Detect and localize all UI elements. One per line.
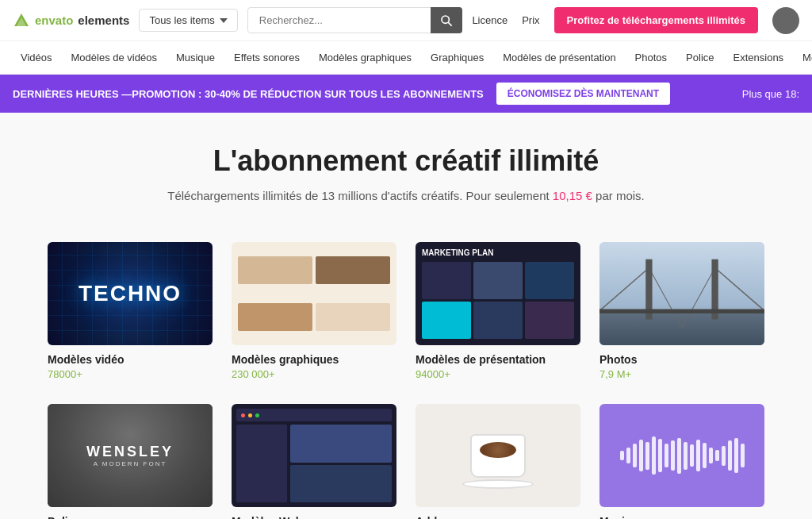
waveform-bar: [696, 440, 700, 471]
dropdown-label: Tous les items: [149, 14, 214, 26]
card-thumb-photos: [599, 242, 764, 345]
waveform-bar: [665, 444, 668, 467]
nav-item-extensions[interactable]: Extensions: [726, 41, 792, 74]
bridge-svg: [599, 242, 764, 345]
techno-text: TECHNO: [79, 281, 182, 306]
wensley-subtitle: A MODERN FONT: [86, 460, 174, 467]
card-label-addons: Add-ons: [416, 515, 580, 519]
wensley-title: WENSLEY: [86, 444, 174, 460]
coffee-cup: [470, 434, 526, 478]
header: envatoelements Tous les items Licence Pr…: [0, 0, 812, 41]
card-web-templates[interactable]: Modèles Web 14000+: [232, 404, 396, 519]
cards-section: TECHNO Modèles vidéo 78000+ Modèles grap…: [0, 218, 812, 519]
card-thumb-musique: [599, 404, 764, 507]
waveform-bar: [734, 438, 738, 473]
unova-main-btm: [290, 465, 392, 503]
unova-dot-red: [241, 413, 245, 417]
promo-text-prefix: DERNIÈRES HEURES —PROMOTION :: [13, 88, 205, 100]
waveform-bar: [626, 448, 630, 463]
logo-envato-text: envato: [35, 13, 73, 27]
hero-subtitle-price: 10,15 €: [553, 189, 592, 202]
waveform-bar: [652, 436, 656, 475]
card-label-graphiques: Modèles graphiques: [232, 353, 396, 366]
card-label-web: Modèles Web: [232, 515, 396, 519]
card-thumb-police: WENSLEY A MODERN FONT: [48, 404, 213, 507]
waveform-bar: [671, 440, 675, 471]
licence-link[interactable]: Licence: [472, 14, 508, 26]
card-thumb-presentation: MARKETING PLAN: [416, 242, 580, 345]
nav-item-modeles-web[interactable]: Modèles Web: [795, 41, 812, 74]
nav-item-graphiques[interactable]: Graphiques: [423, 41, 492, 74]
waveform-bar: [703, 443, 707, 468]
waveform-bar: [658, 439, 662, 472]
promo-banner: DERNIÈRES HEURES —PROMOTION : 30-40% DE …: [0, 75, 812, 113]
collage-piece-4: [316, 303, 390, 331]
waveform-bar: [741, 444, 745, 467]
waveform: [620, 436, 745, 475]
search-button[interactable]: [431, 7, 462, 33]
waveform-bar: [709, 448, 713, 463]
card-label-photos: Photos: [599, 353, 764, 366]
card-thumb-web: [232, 404, 396, 507]
card-modeles-video[interactable]: TECHNO Modèles vidéo 78000+: [48, 242, 213, 380]
mkt-cell-1: [422, 262, 471, 299]
hero-section: L'abonnement créatif illimité Télécharge…: [0, 113, 812, 218]
nav-item-videos[interactable]: Vidéos: [13, 41, 60, 74]
category-dropdown[interactable]: Tous les items: [139, 9, 237, 32]
collage-piece-2: [316, 256, 390, 284]
promo-cta-button[interactable]: ÉCONOMISEZ DÈS MAINTENANT: [496, 83, 670, 105]
nav-item-modeles-presentation[interactable]: Modèles de présentation: [495, 41, 623, 74]
card-modeles-graphiques[interactable]: Modèles graphiques 230 000+: [232, 242, 396, 380]
user-avatar[interactable]: [772, 7, 799, 34]
card-musique[interactable]: Musique 1,8 M+: [599, 404, 764, 519]
cards-row-2: WENSLEY A MODERN FONT Police 34000+: [48, 404, 764, 519]
card-thumb-video: TECHNO: [48, 242, 213, 345]
hero-subtitle: Téléchargements illimités de 13 millions…: [13, 189, 799, 202]
card-modeles-presentation[interactable]: MARKETING PLAN Modèles de présentation 9…: [416, 242, 580, 380]
mkt-title: MARKETING PLAN: [422, 248, 574, 257]
nav-item-effets[interactable]: Effets sonores: [226, 41, 308, 74]
unova-main-top: [290, 425, 392, 463]
coffee-saucer: [462, 479, 534, 489]
nav-item-police[interactable]: Police: [678, 41, 722, 74]
waveform-bar: [620, 451, 624, 460]
card-label-presentation: Modèles de présentation: [416, 353, 580, 366]
mkt-cell-6: [525, 302, 574, 339]
nav-item-modeles-video[interactable]: Modèles de vidéos: [63, 41, 165, 74]
nav-item-musique[interactable]: Musique: [168, 41, 223, 74]
unova-main: [290, 425, 392, 502]
nav-bar: Vidéos Modèles de vidéos Musique Effets …: [0, 41, 812, 75]
unova-header: [236, 409, 392, 421]
nav-item-photos[interactable]: Photos: [627, 41, 675, 74]
envato-icon: [13, 12, 30, 29]
prix-link[interactable]: Prix: [522, 14, 539, 26]
card-label-police: Police: [48, 515, 213, 519]
waveform-bar: [633, 444, 637, 467]
unova-content: [236, 425, 392, 502]
card-count-video: 78000+: [48, 368, 213, 380]
waveform-bar: [645, 442, 649, 470]
promo-text: DERNIÈRES HEURES —PROMOTION : 30-40% DE …: [13, 88, 484, 100]
collage-piece-1: [238, 256, 312, 284]
promo-extra-text: Plus que 18:: [742, 88, 799, 100]
card-photos[interactable]: Photos 7,9 M+: [599, 242, 764, 380]
card-count-presentation: 94000+: [416, 368, 580, 380]
mkt-cell-4: [422, 302, 471, 339]
coffee-wrap: [470, 434, 526, 478]
unova-sidebar: [236, 425, 287, 502]
waveform-bar: [715, 450, 719, 461]
card-label-video: Modèles vidéo: [48, 353, 213, 366]
nav-item-modeles-graphiques[interactable]: Modèles graphiques: [311, 41, 419, 74]
svg-rect-12: [599, 309, 764, 313]
header-nav: Licence Prix Profitez de téléchargements…: [472, 7, 799, 34]
hero-subtitle-suffix: par mois.: [592, 189, 645, 202]
promo-text-highlight: 30-40% DE RÉDUCTION SUR TOUS LES ABONNEM…: [205, 88, 484, 100]
waveform-bar: [728, 440, 732, 471]
card-addons[interactable]: Add-ons 4800+: [416, 404, 580, 519]
hero-title: L'abonnement créatif illimité: [13, 144, 799, 178]
subscribe-cta-button[interactable]: Profitez de téléchargements illimités: [554, 7, 758, 33]
mkt-cell-5: [473, 302, 523, 339]
card-thumb-graphiques: [232, 242, 396, 345]
card-police[interactable]: WENSLEY A MODERN FONT Police 34000+: [48, 404, 213, 519]
logo[interactable]: envatoelements: [13, 12, 129, 29]
